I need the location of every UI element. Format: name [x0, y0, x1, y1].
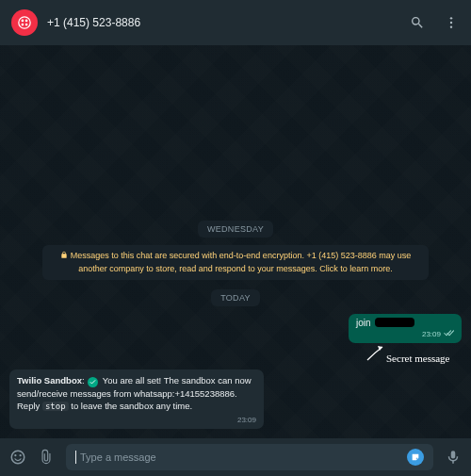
attach-icon[interactable] [38, 449, 55, 466]
mic-icon[interactable] [445, 449, 462, 466]
outgoing-message[interactable]: join 23:09 [349, 314, 462, 343]
menu-kebab-icon[interactable] [443, 14, 460, 31]
svg-point-8 [450, 25, 452, 27]
verified-check-icon [88, 377, 98, 387]
composer: Type a message [0, 438, 471, 476]
text-caret [75, 451, 76, 464]
lock-icon [60, 251, 68, 263]
svg-point-4 [22, 24, 24, 26]
day-divider: WEDNESDAY [198, 221, 273, 238]
chat-header: +1 (415) 523-8886 [0, 0, 471, 45]
incoming-message[interactable]: Twilio Sandbox: You are all set! The san… [9, 369, 264, 429]
day-divider: TODAY [211, 289, 260, 306]
emoji-icon[interactable] [9, 449, 26, 466]
svg-point-7 [450, 22, 452, 24]
incoming-message-time: 23:09 [237, 415, 256, 425]
message-input[interactable]: Type a message [66, 444, 433, 470]
message-input-placeholder: Type a message [80, 451, 407, 463]
annotation-text: Secret message [386, 353, 450, 364]
contact-avatar[interactable] [11, 9, 38, 36]
svg-point-2 [22, 20, 24, 23]
svg-point-6 [450, 17, 452, 19]
search-icon[interactable] [409, 14, 426, 31]
svg-point-5 [25, 24, 28, 26]
encryption-notice[interactable]: Messages to this chat are secured with e… [42, 245, 429, 280]
contact-name[interactable]: +1 (415) 523-8886 [47, 16, 399, 29]
sticker-icon[interactable] [407, 449, 424, 466]
incoming-message-code: stop [42, 402, 69, 411]
encryption-notice-text: Messages to this chat are secured with e… [71, 251, 411, 273]
chat-scroll-area[interactable]: WEDNESDAY Messages to this chat are secu… [0, 45, 471, 438]
svg-point-3 [25, 20, 28, 23]
twilio-logo-icon [16, 14, 33, 31]
redacted-text [375, 318, 414, 327]
outgoing-message-time: 23:09 [422, 330, 441, 338]
annotation: Secret message [8, 345, 463, 368]
incoming-sender-name: Twilio Sandbox [17, 375, 82, 386]
incoming-message-text-2: to leave the sandbox any time. [69, 401, 193, 411]
delivered-ticks-icon [444, 329, 455, 339]
outgoing-message-text: join [356, 318, 371, 328]
